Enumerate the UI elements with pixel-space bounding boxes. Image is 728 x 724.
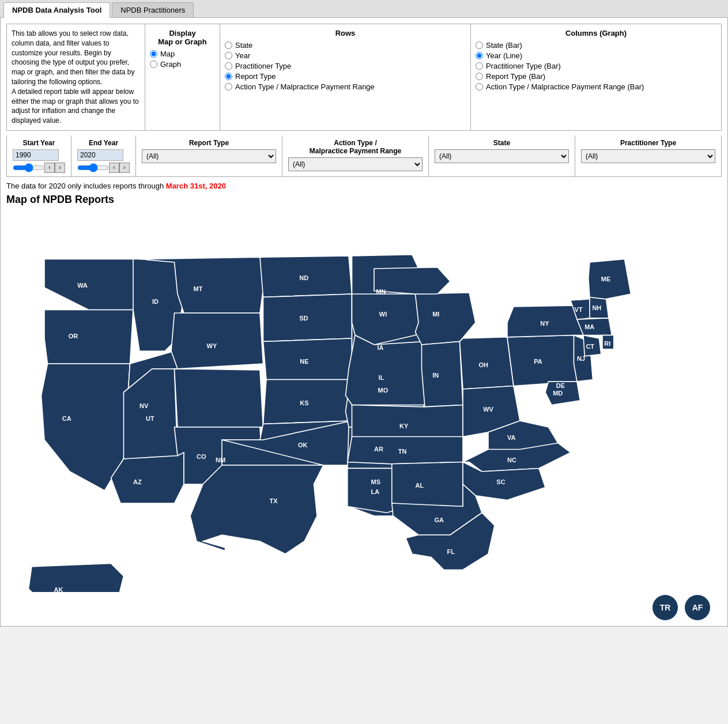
svg-marker-46 (589, 259, 631, 299)
notice: The data for 2020 only includes reports … (6, 182, 722, 190)
map-title: Map of NPDB Reports (6, 194, 722, 206)
svg-marker-23 (346, 335, 428, 405)
tab-npdb-practitioners[interactable]: NPDB Practitioners (112, 2, 194, 17)
svg-marker-38 (507, 335, 577, 386)
row-report-type[interactable]: Report Type (225, 72, 466, 81)
svg-marker-14 (263, 379, 352, 424)
svg-marker-48 (29, 563, 124, 592)
notice-highlight: March 31st, 2020 (166, 182, 226, 190)
display-map-graph-box: Display Map or Graph Map Graph (145, 24, 220, 130)
start-year-next[interactable]: › (55, 163, 65, 173)
tab-npdb-data-analysis[interactable]: NPDB Data Analysis Tool (3, 2, 110, 18)
col-action-type[interactable]: Action Type / Malpractice Payment Range … (476, 82, 716, 91)
filter-practitioner-type-label: Practitioner Type (581, 139, 715, 147)
filter-report-type-label: Report Type (142, 139, 276, 147)
svg-marker-7 (171, 313, 263, 369)
columns-heading: Columns (Graph) (476, 29, 716, 37)
notice-prefix: The data for 2020 only includes reports … (6, 182, 166, 190)
start-year-prev[interactable]: ‹ (44, 163, 55, 173)
filter-state-label: State (435, 139, 569, 147)
display-option-graph[interactable]: Graph (150, 60, 215, 69)
end-year-slider[interactable] (77, 163, 109, 172)
start-year-label: Start Year (13, 139, 65, 147)
display-graph-label: Graph (160, 60, 181, 69)
display-option-map[interactable]: Map (150, 50, 215, 58)
start-year-slider[interactable] (13, 163, 44, 172)
filters-row: Start Year ‹ › End Year ‹ › Report Type … (6, 135, 722, 177)
svg-marker-11 (260, 256, 352, 297)
col-practitioner-type[interactable]: Practitioner Type (Bar) (476, 62, 716, 70)
svg-marker-9 (175, 369, 263, 427)
svg-marker-13 (263, 338, 352, 380)
tabs-bar: NPDB Data Analysis Tool NPDB Practitione… (0, 0, 728, 18)
end-year-prev[interactable]: ‹ (109, 163, 119, 173)
end-year-next[interactable]: › (119, 163, 130, 173)
col-year[interactable]: Year (Line) (476, 51, 716, 60)
end-year-label: End Year (77, 139, 130, 147)
filter-state-select[interactable]: (All) (435, 149, 569, 163)
bottom-row: TR AF (6, 595, 722, 620)
row-action-type[interactable]: Action Type / Malpractice Payment Range (225, 82, 466, 91)
badge-af[interactable]: AF (685, 595, 710, 620)
svg-marker-42 (583, 335, 601, 356)
map-container: WA OR CA ID NV AZ MT WY UT CO NM ND SD N… (6, 212, 722, 592)
start-year-input[interactable] (13, 149, 59, 161)
rows-box: Rows State Year Practitioner Type Report… (220, 24, 471, 130)
svg-marker-25 (416, 293, 476, 345)
col-state[interactable]: State (Bar) (476, 41, 716, 50)
us-map-svg[interactable]: WA OR CA ID NV AZ MT WY UT CO NM ND SD N… (6, 212, 640, 592)
svg-marker-31 (460, 337, 514, 389)
svg-marker-27 (422, 341, 463, 406)
row-state[interactable]: State (225, 41, 466, 50)
svg-marker-0 (44, 259, 139, 310)
row-practitioner-type[interactable]: Practitioner Type (225, 62, 466, 70)
svg-rect-47 (602, 335, 614, 349)
main-panel: This tab allows you to select row data, … (0, 18, 728, 627)
columns-box: Columns (Graph) State (Bar) Year (Line) … (471, 24, 721, 130)
svg-marker-29 (348, 436, 463, 463)
description-box: This tab allows you to select row data, … (7, 24, 145, 130)
controls-row: This tab allows you to select row data, … (6, 24, 722, 131)
rows-heading: Rows (225, 29, 466, 37)
description-text: This tab allows you to select row data, … (12, 29, 139, 125)
filter-action-type-select[interactable]: (All) (288, 157, 423, 171)
svg-marker-1 (44, 310, 133, 364)
svg-marker-12 (263, 294, 352, 342)
filter-report-type-box: Report Type (All) (136, 135, 282, 176)
svg-marker-43 (577, 318, 612, 335)
filter-action-type-label: Action Type / Malpractice Payment Range (288, 139, 423, 155)
filter-report-type-select[interactable]: (All) (142, 149, 276, 163)
start-year-box: Start Year ‹ › (7, 135, 71, 176)
badge-tr[interactable]: TR (652, 595, 678, 620)
col-report-type[interactable]: Report Type (Bar) (476, 72, 716, 81)
display-map-label: Map (160, 50, 175, 58)
svg-marker-30 (392, 462, 463, 508)
svg-marker-40 (545, 382, 580, 405)
row-year[interactable]: Year (225, 51, 466, 60)
display-heading: Display Map or Graph (150, 29, 215, 46)
end-year-box: End Year ‹ › (71, 135, 136, 176)
end-year-input[interactable] (77, 149, 123, 161)
filter-action-type-box: Action Type / Malpractice Payment Range … (282, 135, 429, 176)
filter-practitioner-type-select[interactable]: (All) (581, 149, 715, 163)
svg-marker-26 (374, 267, 450, 294)
filter-practitioner-type-box: Practitioner Type (All) (575, 135, 721, 176)
filter-state-box: State (All) (429, 135, 575, 176)
